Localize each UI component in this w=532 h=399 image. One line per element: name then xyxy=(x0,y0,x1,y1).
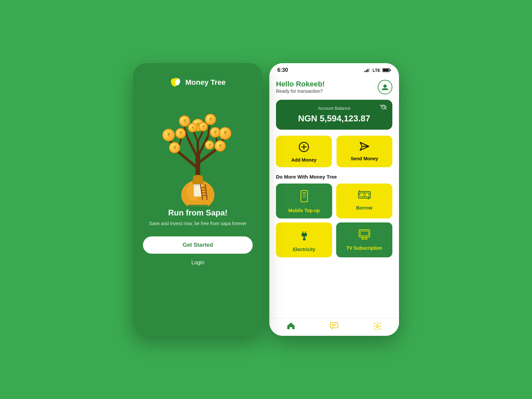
svg-text:₹: ₹ xyxy=(179,131,182,136)
svg-rect-58 xyxy=(367,69,368,72)
tv-subscription-label: TV Subscription xyxy=(346,245,382,251)
svg-text:₹: ₹ xyxy=(209,117,212,122)
logo-text: Money Tree xyxy=(185,78,225,87)
logo-row: Money Tree xyxy=(170,76,225,88)
svg-rect-54 xyxy=(189,207,207,208)
nav-home[interactable] xyxy=(287,322,295,331)
tagline-body: Save and invest now, be free from sapa f… xyxy=(149,220,246,227)
svg-rect-87 xyxy=(360,231,368,236)
svg-text:$: $ xyxy=(358,190,360,193)
balance-amount: NGN 5,594,123.87 xyxy=(283,113,386,124)
svg-text:₹: ₹ xyxy=(219,144,222,149)
tree-svg: ₹ ₹ ₹ ₹ ₹ ₹ ₹ xyxy=(151,102,244,208)
svg-text:₹: ₹ xyxy=(214,130,217,135)
svg-rect-56 xyxy=(364,71,365,72)
svg-rect-70 xyxy=(301,191,308,202)
svg-text:₹: ₹ xyxy=(202,125,204,129)
get-started-button[interactable]: Get Started xyxy=(143,236,253,254)
svg-line-6 xyxy=(188,138,198,158)
action-buttons: Add Money Send Money xyxy=(276,136,392,167)
paper-plane-icon xyxy=(359,142,369,151)
svg-point-2 xyxy=(175,78,177,80)
avatar-icon xyxy=(381,83,389,91)
svg-rect-59 xyxy=(369,68,370,72)
svg-text:₹: ₹ xyxy=(208,143,211,147)
send-money-button[interactable]: Send Money xyxy=(336,136,392,167)
tv-subscription-card[interactable]: TV Subscription xyxy=(336,222,392,257)
svg-text:$: $ xyxy=(368,196,370,200)
svg-point-76 xyxy=(363,194,366,196)
home-icon xyxy=(287,322,295,330)
balance-label: Account Balance xyxy=(283,106,386,111)
svg-line-16 xyxy=(198,132,203,142)
svg-text:₹: ₹ xyxy=(223,131,227,136)
svg-rect-57 xyxy=(366,70,367,72)
tagline: Run from Sapa! Save and invest now, be f… xyxy=(149,208,246,227)
svg-rect-91 xyxy=(331,323,338,328)
plus-circle-icon xyxy=(299,142,309,152)
svg-text:₹: ₹ xyxy=(173,145,176,151)
electricity-card[interactable]: Electricity xyxy=(276,222,332,257)
svg-rect-61 xyxy=(383,69,389,71)
signal-icon xyxy=(364,68,370,72)
add-money-icon xyxy=(299,142,309,155)
svg-point-44 xyxy=(193,175,203,180)
electricity-label: Electricity xyxy=(293,247,315,252)
tree-illustration: ₹ ₹ ₹ ₹ ₹ ₹ ₹ xyxy=(151,102,244,208)
service-grid: Mobile Top-up $ $ xyxy=(276,184,392,257)
tv-icon xyxy=(358,229,370,242)
svg-text:₹: ₹ xyxy=(167,132,171,138)
right-phone: 6:30 LTE Hello R xyxy=(269,63,399,336)
borrow-label: Borrow xyxy=(356,205,372,210)
electricity-icon xyxy=(300,229,309,243)
lte-text: LTE xyxy=(372,68,380,73)
borrow-card[interactable]: $ $ Borrow xyxy=(336,184,392,218)
header-row: Hello Rokeeb! Ready for transaction? xyxy=(276,80,392,94)
hide-balance-icon[interactable] xyxy=(380,104,387,111)
nav-chat[interactable] xyxy=(330,322,338,331)
greeting-subtitle: Ready for transaction? xyxy=(276,88,325,94)
add-money-button[interactable]: Add Money xyxy=(276,136,332,167)
phone-content: Hello Rokeeb! Ready for transaction? xyxy=(269,74,399,318)
svg-line-13 xyxy=(208,126,209,137)
svg-text:₹: ₹ xyxy=(192,126,194,130)
phones-container: Money Tree xyxy=(133,63,399,336)
status-bar: 6:30 LTE xyxy=(269,63,399,74)
mobile-topup-icon xyxy=(299,190,309,204)
send-money-icon xyxy=(359,142,369,153)
svg-point-94 xyxy=(376,325,379,328)
nav-settings[interactable] xyxy=(373,322,382,331)
status-time: 6:30 xyxy=(277,67,288,73)
add-money-label: Add Money xyxy=(291,157,316,163)
status-icons: LTE xyxy=(364,68,391,73)
svg-text:₹: ₹ xyxy=(183,119,186,124)
bottom-nav xyxy=(269,318,399,336)
settings-icon xyxy=(373,322,382,331)
svg-point-64 xyxy=(383,84,387,88)
chat-icon xyxy=(330,322,338,330)
mobile-topup-label: Mobile Top-up xyxy=(288,208,320,213)
left-phone: Money Tree xyxy=(133,63,263,336)
send-money-label: Send Money xyxy=(351,156,378,161)
avatar[interactable] xyxy=(378,80,392,94)
mobile-topup-card[interactable]: Mobile Top-up xyxy=(276,184,332,218)
borrow-icon: $ $ xyxy=(358,190,371,202)
section-title: Do More With Money Tree xyxy=(276,174,392,180)
login-link[interactable]: Login xyxy=(191,260,204,266)
greeting: Hello Rokeeb! Ready for transaction? xyxy=(276,80,325,94)
battery-icon xyxy=(382,68,391,72)
greeting-hello: Hello Rokeeb! xyxy=(276,80,325,88)
tagline-heading: Run from Sapa! xyxy=(149,208,246,217)
svg-rect-62 xyxy=(390,69,391,71)
logo-icon xyxy=(170,76,182,88)
balance-card: Account Balance NGN 5,594,123.87 xyxy=(276,100,392,130)
svg-rect-83 xyxy=(302,233,307,236)
svg-line-15 xyxy=(194,132,198,142)
